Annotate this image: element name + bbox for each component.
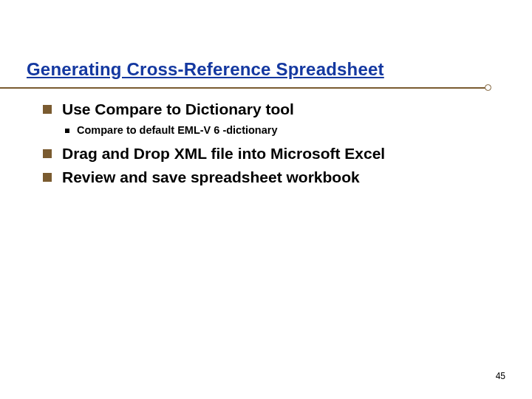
page-number: 45 (496, 371, 505, 381)
slide: Generating Cross-Reference Spreadsheet U… (0, 0, 532, 399)
bullet-level1: Review and save spreadsheet workbook (43, 168, 505, 186)
small-square-bullet-icon (65, 129, 69, 133)
sub-list: Compare to default EML-V 6 -dictionary (65, 124, 505, 136)
bullet-text: Use Compare to Dictionary tool (62, 100, 294, 118)
sub-bullet-text: Compare to default EML-V 6 -dictionary (77, 124, 278, 136)
title-rule-endcap (485, 84, 491, 91)
slide-content: Use Compare to Dictionary tool Compare t… (27, 100, 505, 186)
square-bullet-icon (43, 173, 52, 182)
bullet-level1: Drag and Drop XML file into Microsoft Ex… (43, 145, 505, 163)
bullet-text: Drag and Drop XML file into Microsoft Ex… (62, 145, 385, 163)
bullet-level2: Compare to default EML-V 6 -dictionary (65, 124, 505, 136)
bullet-text: Review and save spreadsheet workbook (62, 168, 360, 186)
square-bullet-icon (43, 149, 52, 158)
square-bullet-icon (43, 105, 52, 114)
slide-title: Generating Cross-Reference Spreadsheet (27, 59, 505, 80)
title-rule-line (0, 87, 488, 89)
title-rule (0, 84, 532, 92)
bullet-level1: Use Compare to Dictionary tool (43, 100, 505, 118)
